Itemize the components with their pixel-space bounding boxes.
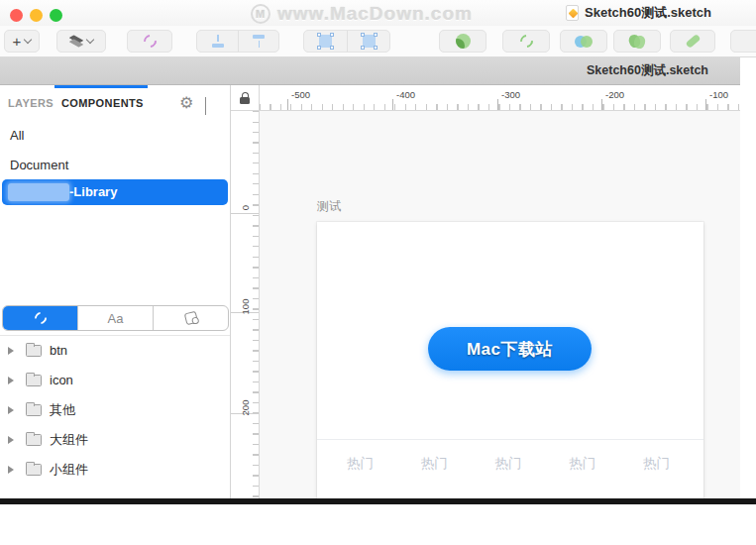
tree-row-btn[interactable]: btn bbox=[0, 336, 230, 366]
ruler-ticks bbox=[260, 104, 740, 110]
layer-styles-icon bbox=[183, 311, 198, 326]
mac-download-pill-button[interactable]: Mac下载站 bbox=[428, 327, 592, 371]
plugin-union-button[interactable] bbox=[560, 30, 607, 53]
watermark: M www.MacDown.com bbox=[251, 3, 473, 25]
watermark-text: www.MacDown.com bbox=[277, 3, 473, 25]
sync-symbols-button[interactable] bbox=[127, 30, 172, 53]
group-button[interactable] bbox=[304, 31, 347, 52]
group-icon bbox=[319, 35, 332, 48]
chevron-up-icon bbox=[205, 97, 206, 115]
circular-arrows-icon bbox=[517, 32, 535, 50]
layers-menu-button[interactable] bbox=[56, 30, 106, 53]
insert-plus-icon: + bbox=[13, 34, 22, 49]
sidebar-header: LAYERS COMPONENTS ⚙ bbox=[0, 91, 230, 117]
disclosure-triangle-icon[interactable] bbox=[8, 406, 14, 414]
segment-symbols[interactable] bbox=[3, 306, 77, 330]
chevron-down-icon bbox=[24, 36, 32, 44]
disclosure-triangle-icon[interactable] bbox=[8, 436, 14, 444]
overlap-blobs-icon bbox=[629, 35, 645, 49]
folder-icon bbox=[26, 434, 42, 446]
close-window-button[interactable] bbox=[10, 9, 23, 22]
blurred-library-name bbox=[8, 183, 69, 201]
artboard-title[interactable]: 测试 bbox=[317, 198, 341, 215]
footer-tab-hot[interactable]: 热门 bbox=[347, 455, 374, 498]
ruler-label: -200 bbox=[605, 89, 624, 100]
ruler-label: -300 bbox=[501, 89, 520, 100]
group-button-group bbox=[303, 30, 390, 53]
document-bar-title: Sketch60测试.sketch bbox=[587, 62, 708, 79]
disclosure-triangle-icon[interactable] bbox=[8, 377, 14, 384]
gear-icon[interactable]: ⚙ bbox=[179, 93, 193, 112]
toolbar: + bbox=[0, 26, 756, 57]
fullscreen-window-button[interactable] bbox=[50, 9, 62, 22]
disclosure-triangle-icon[interactable] bbox=[8, 466, 14, 474]
window-title-area: Sketch60测试.sketch bbox=[566, 4, 711, 22]
tree-label: btn bbox=[50, 336, 67, 366]
sync-icon bbox=[32, 310, 49, 327]
titlebar: M www.MacDown.com Sketch60测试.sketch bbox=[0, 0, 756, 26]
plugin-link-button[interactable] bbox=[670, 30, 715, 53]
sidebar-item-document[interactable]: Document bbox=[0, 151, 230, 180]
artboard[interactable]: Mac下载站 热门 热门 热门 热门 热门 bbox=[317, 222, 703, 498]
folder-icon bbox=[26, 464, 42, 476]
disclosure-triangle-icon[interactable] bbox=[8, 347, 14, 355]
ruler-label: 200 bbox=[240, 393, 251, 422]
macdown-logo-icon: M bbox=[251, 4, 270, 24]
ruler-label: 0 bbox=[240, 193, 251, 222]
layers-stack-icon bbox=[69, 36, 83, 47]
active-tab-indicator bbox=[54, 85, 148, 88]
artboard-footer-tabs: 热门 热门 热门 热门 热门 bbox=[317, 439, 703, 498]
overlap-circles-icon bbox=[575, 35, 593, 49]
tab-components[interactable]: COMPONENTS bbox=[61, 97, 144, 109]
align-top-icon bbox=[211, 35, 225, 48]
canvas[interactable]: 测试 Mac下载站 热门 热门 热门 热门 热门 bbox=[260, 111, 740, 498]
library-label: -Library bbox=[69, 179, 117, 205]
scale-icon bbox=[363, 35, 376, 48]
tree-row-other[interactable]: 其他 bbox=[0, 395, 230, 425]
minimize-window-button[interactable] bbox=[30, 9, 43, 22]
tree-row-icon[interactable]: icon bbox=[0, 366, 230, 395]
traffic-lights bbox=[10, 9, 62, 22]
ruler-label: -100 bbox=[709, 89, 728, 100]
ruler-corner[interactable] bbox=[231, 85, 260, 111]
scale-button[interactable] bbox=[347, 31, 389, 52]
tab-layers[interactable]: LAYERS bbox=[8, 97, 54, 109]
window-title: Sketch60测试.sketch bbox=[585, 4, 711, 22]
align-bottom-icon bbox=[252, 35, 266, 48]
tree-label: icon bbox=[50, 366, 73, 395]
tree-label: 大组件 bbox=[50, 425, 88, 455]
footer-tab-hot[interactable]: 热门 bbox=[421, 455, 448, 498]
plugin-rotate-button[interactable] bbox=[502, 30, 550, 53]
ruler-label: -400 bbox=[396, 89, 415, 100]
component-tree: btn icon 其他 大组件 小组件 bbox=[0, 335, 230, 485]
tree-row-large-components[interactable]: 大组件 bbox=[0, 425, 230, 455]
ruler-label: -500 bbox=[291, 89, 310, 100]
segment-text-styles[interactable]: Aa bbox=[77, 306, 153, 330]
horizontal-ruler: -500 -400 -300 -200 -100 bbox=[260, 85, 740, 111]
footer-tab-hot[interactable]: 热门 bbox=[643, 455, 670, 498]
sync-icon bbox=[141, 32, 159, 50]
toolbar-partial-button[interactable] bbox=[730, 30, 756, 53]
sidebar-item-library[interactable]: -Library bbox=[2, 179, 228, 205]
ruler-label: 100 bbox=[240, 292, 251, 321]
collapse-panel-button[interactable] bbox=[205, 97, 206, 115]
plugin-mask-button[interactable] bbox=[439, 30, 486, 53]
screenshot-bottom-edge bbox=[0, 498, 756, 504]
folder-icon bbox=[26, 345, 42, 357]
capsule-icon bbox=[685, 34, 701, 49]
crescent-icon bbox=[456, 34, 471, 49]
folder-icon bbox=[26, 375, 42, 386]
plugin-blend-button[interactable] bbox=[613, 30, 661, 53]
chevron-down-icon bbox=[86, 36, 94, 44]
footer-tab-hot[interactable]: 热门 bbox=[569, 455, 595, 498]
distribute-button-group bbox=[196, 30, 279, 53]
align-bottom-button[interactable] bbox=[238, 31, 278, 52]
segment-layer-styles[interactable] bbox=[153, 306, 228, 330]
sidebar-item-all[interactable]: All bbox=[0, 121, 230, 151]
tree-row-small-components[interactable]: 小组件 bbox=[0, 455, 230, 485]
align-top-button[interactable] bbox=[197, 31, 238, 52]
footer-tab-hot[interactable]: 热门 bbox=[495, 455, 522, 498]
sketch-file-icon bbox=[566, 5, 579, 21]
insert-button[interactable]: + bbox=[4, 30, 40, 53]
folder-icon bbox=[26, 404, 42, 416]
